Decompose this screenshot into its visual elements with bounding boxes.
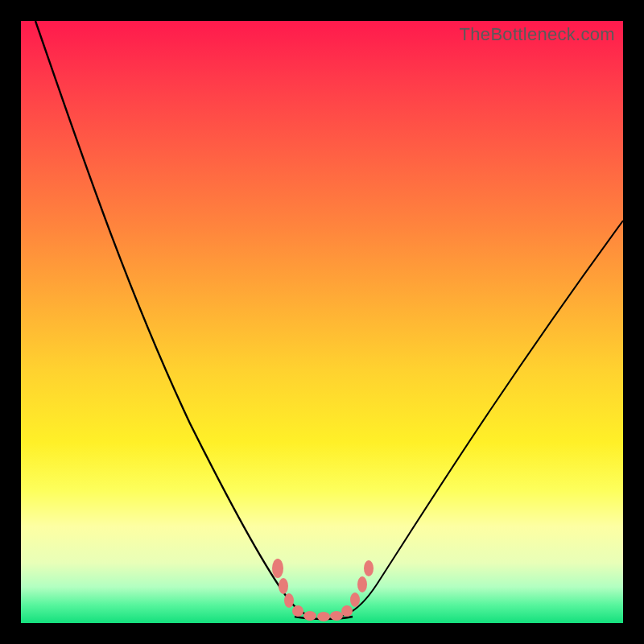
bottleneck-curve [21,21,623,623]
valley-marker [303,611,316,621]
watermark-text: TheBottleneck.com [460,24,615,45]
valley-marker [292,605,303,617]
curve-right-arm [338,221,623,617]
valley-marker [330,611,343,621]
valley-markers-group [272,559,374,621]
valley-marker [317,612,330,621]
valley-marker [272,559,283,578]
valley-marker [284,593,294,608]
curve-left-arm [35,21,312,617]
valley-marker [279,578,288,594]
valley-marker [364,560,374,576]
chart-plot-area: TheBottleneck.com [21,21,623,623]
valley-marker [341,605,353,617]
valley-marker [350,592,360,607]
valley-marker [357,576,367,592]
